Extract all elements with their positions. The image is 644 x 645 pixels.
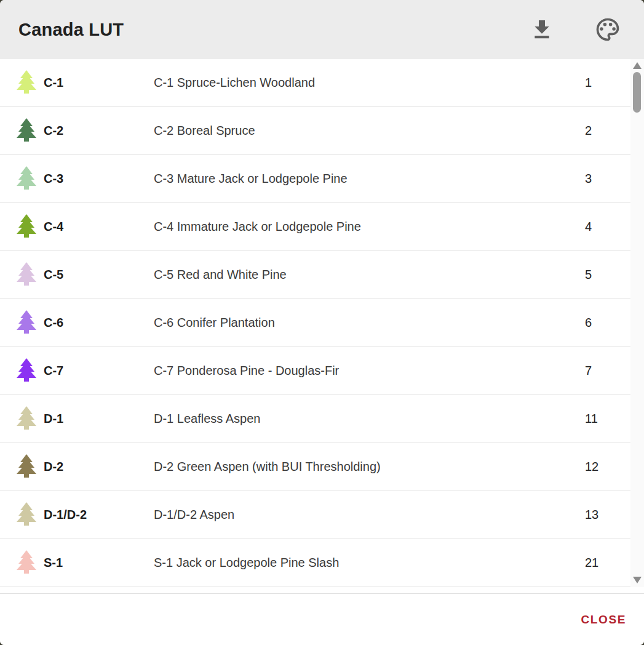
fuel-description: C-1 Spruce-Lichen Woodland (154, 76, 585, 90)
download-icon (530, 17, 554, 42)
fuel-code: D-1/D-2 (44, 508, 154, 522)
header-icons (529, 17, 621, 42)
fuel-description: C-3 Mature Jack or Lodgepole Pine (154, 172, 585, 186)
fuel-value: 2 (585, 124, 630, 138)
tree-icon (17, 550, 36, 576)
fuel-value: 13 (585, 508, 630, 522)
fuel-code: C-2 (44, 124, 154, 138)
fuel-description: C-6 Conifer Plantation (154, 316, 585, 330)
scrollbar-thumb[interactable] (633, 72, 641, 113)
tree-icon (17, 358, 36, 384)
palette-button[interactable] (595, 17, 621, 42)
fuel-code: S-1 (44, 556, 154, 570)
fuel-value: 3 (585, 172, 630, 186)
canada-lut-dialog: Canada LUT (0, 0, 644, 645)
fuel-list: C-1 C-1 Spruce-Lichen Woodland 1 C-2 C-2… (0, 59, 630, 587)
table-row[interactable]: C-3 C-3 Mature Jack or Lodgepole Pine 3 (0, 155, 630, 203)
tree-icon (17, 502, 36, 528)
table-row[interactable]: D-1/D-2 D-1/D-2 Aspen 13 (0, 491, 630, 539)
fuel-code: C-1 (44, 76, 154, 90)
fuel-value: 1 (585, 76, 630, 90)
palette-icon (594, 16, 621, 43)
fuel-code: C-4 (44, 220, 154, 234)
tree-icon (17, 214, 36, 240)
dialog-footer: CLOSE (0, 593, 644, 645)
fuel-code: C-7 (44, 364, 154, 378)
fuel-description: C-5 Red and White Pine (154, 268, 585, 282)
table-row[interactable]: C-1 C-1 Spruce-Lichen Woodland 1 (0, 59, 630, 107)
fuel-value: 12 (585, 460, 630, 474)
table-row[interactable]: C-5 C-5 Red and White Pine 5 (0, 251, 630, 299)
fuel-description: D-2 Green Aspen (with BUI Thresholding) (154, 460, 585, 474)
tree-icon (17, 454, 36, 480)
fuel-value: 6 (585, 316, 630, 330)
fuel-value: 7 (585, 364, 630, 378)
fuel-code: C-5 (44, 268, 154, 282)
fuel-description: C-2 Boreal Spruce (154, 124, 585, 138)
fuel-code: C-3 (44, 172, 154, 186)
tree-icon (17, 70, 36, 96)
tree-icon (17, 166, 36, 192)
close-button[interactable]: CLOSE (579, 608, 629, 631)
fuel-value: 5 (585, 268, 630, 282)
fuel-value: 11 (585, 412, 630, 426)
tree-icon (17, 262, 36, 288)
fuel-value: 21 (585, 556, 630, 570)
fuel-description: D-1 Leafless Aspen (154, 412, 585, 426)
scroll-down-arrow[interactable] (633, 577, 642, 583)
dialog-body: C-1 C-1 Spruce-Lichen Woodland 1 C-2 C-2… (0, 59, 644, 587)
fuel-code: D-2 (44, 460, 154, 474)
fuel-description: D-1/D-2 Aspen (154, 508, 585, 522)
dialog-title: Canada LUT (18, 20, 529, 40)
table-row[interactable]: D-1 D-1 Leafless Aspen 11 (0, 395, 630, 443)
dialog-header: Canada LUT (0, 0, 644, 59)
fuel-code: D-1 (44, 412, 154, 426)
tree-icon (17, 310, 36, 336)
table-row[interactable]: C-7 C-7 Ponderosa Pine - Douglas-Fir 7 (0, 347, 630, 395)
fuel-value: 4 (585, 220, 630, 234)
table-row[interactable]: D-2 D-2 Green Aspen (with BUI Thresholdi… (0, 443, 630, 491)
scrollbar[interactable] (630, 59, 644, 587)
table-row[interactable]: S-1 S-1 Jack or Lodgepole Pine Slash 21 (0, 539, 630, 587)
fuel-description: C-7 Ponderosa Pine - Douglas-Fir (154, 364, 585, 378)
scroll-up-arrow[interactable] (633, 62, 642, 69)
table-row[interactable]: C-2 C-2 Boreal Spruce 2 (0, 107, 630, 155)
fuel-code: C-6 (44, 316, 154, 330)
tree-icon (17, 406, 36, 432)
table-row[interactable]: C-6 C-6 Conifer Plantation 6 (0, 299, 630, 347)
fuel-description: S-1 Jack or Lodgepole Pine Slash (154, 556, 585, 570)
download-button[interactable] (529, 17, 555, 42)
table-row[interactable]: C-4 C-4 Immature Jack or Lodgepole Pine … (0, 203, 630, 251)
fuel-description: C-4 Immature Jack or Lodgepole Pine (154, 220, 585, 234)
tree-icon (17, 118, 36, 144)
